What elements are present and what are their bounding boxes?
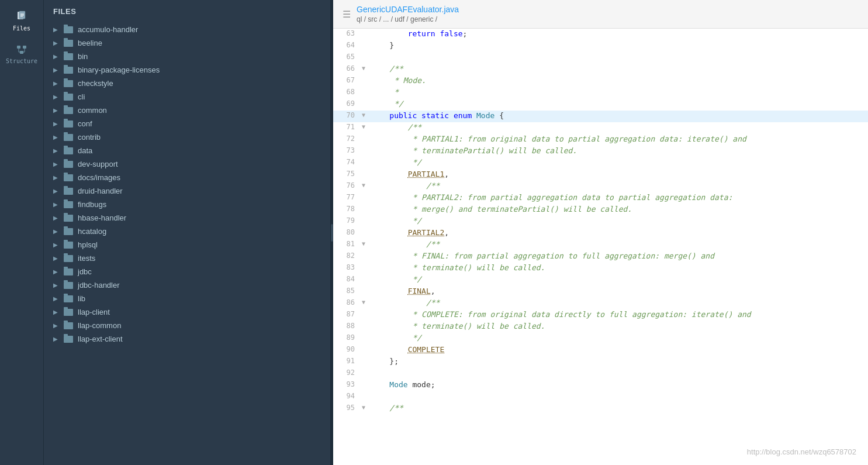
folder-arrow: ▶ bbox=[53, 107, 60, 114]
line-number: 75 bbox=[333, 169, 359, 181]
fold-arrow[interactable]: ▼ bbox=[359, 403, 368, 415]
folder-arrow: ▶ bbox=[53, 174, 60, 181]
folder-icon bbox=[64, 201, 73, 208]
file-tree-item[interactable]: ▶ conf bbox=[44, 117, 330, 130]
line-number: 72 bbox=[333, 134, 359, 146]
file-tree-item[interactable]: ▶ lib bbox=[44, 292, 330, 305]
fold-arrow bbox=[359, 157, 368, 169]
folder-icon bbox=[64, 107, 73, 114]
fold-arrow[interactable]: ▼ bbox=[359, 181, 368, 192]
file-tree-item[interactable]: ▶ hcatalog bbox=[44, 225, 330, 238]
svg-rect-6 bbox=[23, 46, 26, 49]
editor-content[interactable]: 63 return false;64 }6566▼ /**67 * Mode.6… bbox=[333, 29, 868, 465]
folder-icon bbox=[64, 228, 73, 235]
code-content: COMPLETE bbox=[368, 345, 868, 356]
folder-name: binary-package-licenses bbox=[78, 66, 160, 74]
folder-arrow: ▶ bbox=[53, 242, 60, 249]
fold-arrow bbox=[359, 192, 368, 204]
fold-arrow bbox=[359, 87, 368, 99]
file-tree-item[interactable]: ▶ common bbox=[44, 104, 330, 117]
folder-icon bbox=[64, 242, 73, 249]
file-tree-item[interactable]: ▶ llap-client bbox=[44, 305, 330, 319]
sidebar-item-structure[interactable]: Structure bbox=[0, 37, 43, 70]
file-tree-item[interactable]: ▶ checkstyle bbox=[44, 77, 330, 90]
fold-arrow[interactable]: ▼ bbox=[359, 298, 368, 309]
code-content: return false; bbox=[368, 29, 868, 40]
file-tree-item[interactable]: ▶ hplsql bbox=[44, 238, 330, 252]
line-number: 88 bbox=[333, 321, 359, 333]
folder-icon bbox=[64, 174, 73, 181]
folder-icon bbox=[64, 134, 73, 141]
file-tree-item[interactable]: ▶ data bbox=[44, 144, 330, 157]
file-tree-item[interactable]: ▶ dev-support bbox=[44, 157, 330, 171]
line-number: 94 bbox=[333, 391, 359, 403]
folder-name: checkstyle bbox=[78, 79, 113, 88]
watermark: http://blog.csdn.net/wzq6578702 bbox=[747, 447, 856, 456]
code-row: 65 bbox=[333, 52, 868, 64]
fold-arrow bbox=[359, 134, 368, 146]
file-tree-item[interactable]: ▶ accumulo-handler bbox=[44, 23, 330, 36]
code-content: Mode mode; bbox=[368, 380, 868, 391]
file-tree-item[interactable]: ▶ cli bbox=[44, 90, 330, 104]
file-tree-item[interactable]: ▶ binary-package-licenses bbox=[44, 63, 330, 77]
folder-arrow: ▶ bbox=[53, 201, 60, 208]
file-tree-item[interactable]: ▶ docs/images bbox=[44, 171, 330, 184]
editor-panel: ☰ GenericUDAFEvaluator.java ql / src / .… bbox=[333, 0, 868, 465]
code-content: * bbox=[368, 87, 868, 99]
file-tree: ▶ accumulo-handler ▶ beeline ▶ bin ▶ bin… bbox=[44, 23, 330, 465]
file-tree-item[interactable]: ▶ beeline bbox=[44, 36, 330, 50]
code-content: * PARTIAL2: from partial aggregation dat… bbox=[368, 192, 868, 204]
code-content: */ bbox=[368, 333, 868, 345]
fold-arrow bbox=[359, 204, 368, 216]
fold-arrow[interactable]: ▼ bbox=[359, 239, 368, 251]
editor-header: ☰ GenericUDAFEvaluator.java ql / src / .… bbox=[333, 0, 868, 29]
fold-arrow bbox=[359, 251, 368, 263]
code-content: * COMPLETE: from original data directly … bbox=[368, 309, 868, 321]
folder-name: itests bbox=[78, 254, 95, 263]
file-tree-item[interactable]: ▶ itests bbox=[44, 252, 330, 265]
folder-arrow: ▶ bbox=[53, 309, 60, 316]
code-content bbox=[368, 368, 868, 380]
file-tree-item[interactable]: ▶ jdbc-handler bbox=[44, 278, 330, 292]
code-row: 81▼ /** bbox=[333, 239, 868, 251]
fold-arrow bbox=[359, 368, 368, 380]
folder-icon bbox=[64, 309, 73, 316]
file-tree-item[interactable]: ▶ findbugs bbox=[44, 198, 330, 211]
folder-icon bbox=[64, 295, 73, 302]
fold-arrow bbox=[359, 309, 368, 321]
code-row: 75 PARTIAL1, bbox=[333, 169, 868, 181]
folder-name: jdbc bbox=[78, 267, 92, 276]
code-row: 83 * terminate() will be called. bbox=[333, 263, 868, 274]
folder-arrow: ▶ bbox=[53, 282, 60, 289]
code-table: 63 return false;64 }6566▼ /**67 * Mode.6… bbox=[333, 29, 868, 415]
code-content: */ bbox=[368, 157, 868, 169]
folder-arrow: ▶ bbox=[53, 295, 60, 302]
folder-arrow: ▶ bbox=[53, 134, 60, 141]
code-row: 79 */ bbox=[333, 216, 868, 228]
code-row: 69 */ bbox=[333, 99, 868, 111]
fold-arrow[interactable]: ▼ bbox=[359, 64, 368, 75]
file-tree-item[interactable]: ▶ llap-common bbox=[44, 319, 330, 332]
fold-arrow[interactable]: ▼ bbox=[359, 122, 368, 134]
code-content: public static enum Mode { bbox=[368, 111, 868, 122]
file-tree-item[interactable]: ▶ jdbc bbox=[44, 265, 330, 278]
file-tree-item[interactable]: ▶ hbase-handler bbox=[44, 211, 330, 225]
file-tree-item[interactable]: ▶ llap-ext-client bbox=[44, 332, 330, 346]
line-number: 67 bbox=[333, 75, 359, 87]
fold-arrow bbox=[359, 146, 368, 157]
code-content: /** bbox=[368, 239, 868, 251]
folder-name: docs/images bbox=[78, 173, 120, 182]
file-tree-item[interactable]: ▶ druid-handler bbox=[44, 184, 330, 198]
folder-arrow: ▶ bbox=[53, 80, 60, 87]
fold-arrow[interactable]: ▼ bbox=[359, 111, 368, 122]
code-row: 77 * PARTIAL2: from partial aggregation … bbox=[333, 192, 868, 204]
file-tree-item[interactable]: ▶ bin bbox=[44, 50, 330, 63]
fold-arrow bbox=[359, 216, 368, 228]
code-content: */ bbox=[368, 216, 868, 228]
sidebar-item-files[interactable]: Files bbox=[0, 5, 43, 37]
code-row: 91 }; bbox=[333, 356, 868, 368]
line-number: 85 bbox=[333, 286, 359, 298]
menu-icon: ☰ bbox=[343, 9, 351, 20]
file-tree-item[interactable]: ▶ contrib bbox=[44, 130, 330, 144]
code-row: 88 * terminate() will be called. bbox=[333, 321, 868, 333]
